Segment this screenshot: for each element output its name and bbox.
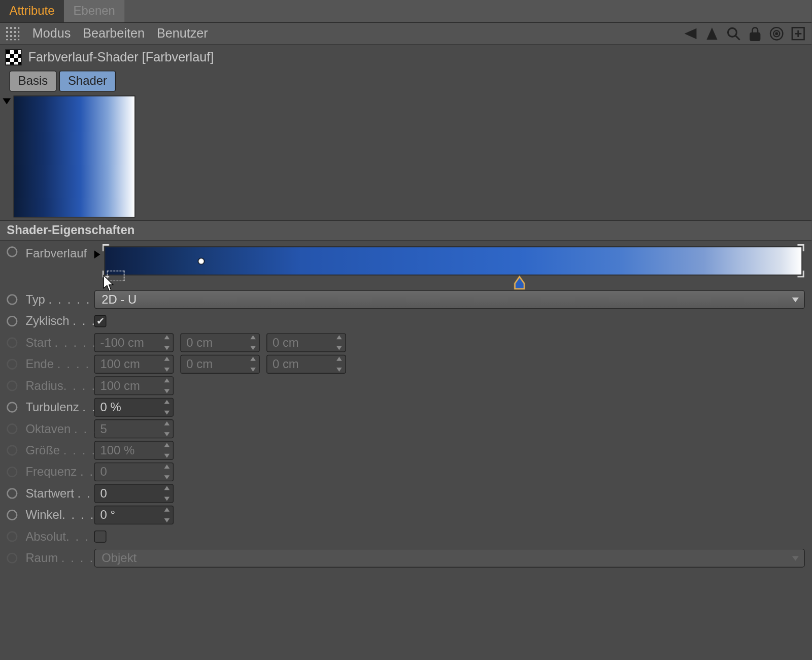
svg-marker-17 bbox=[706, 27, 717, 40]
gradient-preview[interactable] bbox=[14, 95, 136, 217]
subtab-shader[interactable]: Shader bbox=[59, 71, 116, 91]
anim-dot[interactable] bbox=[7, 246, 17, 257]
label-radius: Radius. . . . . bbox=[25, 379, 94, 393]
gradient-editor[interactable] bbox=[105, 246, 802, 275]
disclosure-triangle-icon[interactable] bbox=[3, 98, 11, 105]
prop-winkel: Winkel. . . . . 0 ° bbox=[0, 504, 811, 525]
svg-rect-20 bbox=[750, 33, 760, 41]
ende-z-field[interactable]: 0 cm bbox=[266, 355, 346, 374]
label-winkel: Winkel. . . . . bbox=[25, 508, 94, 522]
label-start: Start . . . . . . bbox=[25, 336, 94, 350]
menu-benutzer[interactable]: Benutzer bbox=[157, 26, 208, 41]
svg-rect-14 bbox=[14, 39, 16, 41]
startwert-field[interactable]: 0 bbox=[94, 484, 174, 503]
svg-rect-1 bbox=[10, 27, 12, 29]
start-z-field[interactable]: 0 cm bbox=[266, 333, 346, 352]
menu-bearbeiten[interactable]: Bearbeiten bbox=[83, 26, 145, 41]
svg-rect-6 bbox=[14, 31, 16, 33]
gradient-bar[interactable] bbox=[105, 246, 802, 275]
prop-radius: Radius. . . . . 100 cm bbox=[0, 375, 811, 397]
label-raum: Raum . . . . . . bbox=[25, 551, 94, 565]
prop-typ: Typ . . . . . . . 2D - U bbox=[0, 289, 811, 310]
anim-dot[interactable] bbox=[7, 510, 17, 520]
label-farbverlauf: Farbverlauf bbox=[25, 246, 94, 260]
svg-marker-16 bbox=[685, 28, 697, 39]
grid-icon[interactable] bbox=[6, 26, 20, 41]
svg-rect-4 bbox=[6, 31, 8, 33]
anim-dot bbox=[7, 553, 17, 564]
svg-rect-8 bbox=[6, 35, 8, 37]
svg-rect-10 bbox=[14, 35, 16, 37]
svg-rect-7 bbox=[18, 31, 20, 33]
frequenz-field[interactable]: 0 bbox=[94, 463, 174, 481]
groesse-field[interactable]: 100 % bbox=[94, 441, 174, 460]
svg-rect-12 bbox=[6, 39, 8, 41]
subtab-basis[interactable]: Basis bbox=[10, 71, 57, 91]
corner-handle bbox=[103, 271, 109, 277]
nav-up-icon[interactable] bbox=[704, 25, 720, 42]
sub-tab-bar: Basis Shader bbox=[0, 70, 811, 96]
svg-rect-3 bbox=[18, 27, 20, 29]
svg-rect-0 bbox=[6, 27, 8, 29]
label-typ: Typ . . . . . . . bbox=[25, 292, 94, 307]
tab-ebenen[interactable]: Ebenen bbox=[64, 0, 124, 22]
label-zyklisch: Zyklisch . . . . bbox=[25, 314, 94, 328]
target-icon[interactable] bbox=[768, 25, 785, 42]
radius-field[interactable]: 100 cm bbox=[94, 376, 174, 395]
anim-dot bbox=[7, 531, 17, 542]
anim-dot bbox=[7, 359, 17, 370]
lock-icon[interactable] bbox=[747, 25, 763, 42]
prop-frequenz: Frequenz . . . 0 bbox=[0, 461, 811, 482]
prop-ende: Ende . . . . . . 100 cm 0 cm 0 cm bbox=[0, 353, 811, 375]
section-header: Shader-Eigenschaften bbox=[0, 220, 811, 241]
start-x-field[interactable]: -100 cm bbox=[94, 333, 174, 352]
search-icon[interactable] bbox=[725, 25, 741, 42]
prop-zyklisch: Zyklisch . . . . bbox=[0, 310, 811, 332]
anim-dot bbox=[7, 467, 17, 477]
nav-back-icon[interactable] bbox=[683, 25, 699, 42]
corner-handle bbox=[103, 244, 109, 251]
new-window-icon[interactable] bbox=[790, 25, 806, 42]
svg-rect-15 bbox=[18, 39, 20, 41]
anim-dot[interactable] bbox=[7, 294, 17, 305]
winkel-field[interactable]: 0 ° bbox=[94, 506, 174, 524]
turbulenz-field[interactable]: 0 % bbox=[94, 398, 174, 417]
chevron-down-icon bbox=[792, 297, 799, 302]
corner-handle bbox=[797, 244, 804, 251]
anim-dot[interactable] bbox=[7, 316, 17, 326]
start-y-field[interactable]: 0 cm bbox=[180, 333, 259, 352]
ende-x-field[interactable]: 100 cm bbox=[94, 355, 174, 374]
prop-absolut: Absolut. . . . . bbox=[0, 526, 811, 547]
prop-oktaven: Oktaven . . . . 5 bbox=[0, 418, 811, 439]
ende-y-field[interactable]: 0 cm bbox=[180, 355, 259, 374]
prop-startwert: Startwert . . . 0 bbox=[0, 483, 811, 504]
anim-dot[interactable] bbox=[7, 488, 17, 499]
menubar: Modus Bearbeiten Benutzer bbox=[0, 23, 811, 45]
gradient-expand-icon[interactable] bbox=[94, 250, 100, 258]
chevron-down-icon bbox=[792, 556, 799, 560]
top-tab-bar: Attribute Ebenen bbox=[0, 0, 811, 23]
svg-line-19 bbox=[735, 36, 740, 40]
checker-icon bbox=[6, 49, 22, 65]
gradient-midpoint[interactable] bbox=[198, 257, 205, 264]
label-startwert: Startwert . . . bbox=[25, 486, 94, 501]
svg-rect-13 bbox=[10, 39, 12, 41]
zyklisch-checkbox[interactable] bbox=[94, 315, 107, 327]
prop-start: Start . . . . . . -100 cm 0 cm 0 cm bbox=[0, 332, 811, 353]
anim-dot bbox=[7, 423, 17, 434]
raum-dropdown: Objekt bbox=[94, 549, 805, 568]
tab-attribute[interactable]: Attribute bbox=[0, 0, 64, 22]
anim-dot bbox=[7, 337, 17, 348]
svg-rect-5 bbox=[10, 31, 12, 33]
prop-groesse: Größe . . . . . 100 % bbox=[0, 440, 811, 461]
oktaven-field[interactable]: 5 bbox=[94, 419, 174, 438]
label-oktaven: Oktaven . . . . bbox=[25, 422, 94, 436]
anim-dot bbox=[7, 445, 17, 455]
typ-dropdown[interactable]: 2D - U bbox=[94, 290, 805, 309]
svg-rect-9 bbox=[10, 35, 12, 37]
svg-point-18 bbox=[728, 28, 736, 37]
label-turbulenz: Turbulenz . . bbox=[25, 400, 94, 414]
menu-modus[interactable]: Modus bbox=[32, 26, 71, 41]
anim-dot[interactable] bbox=[7, 402, 17, 413]
preview-row bbox=[0, 95, 811, 220]
